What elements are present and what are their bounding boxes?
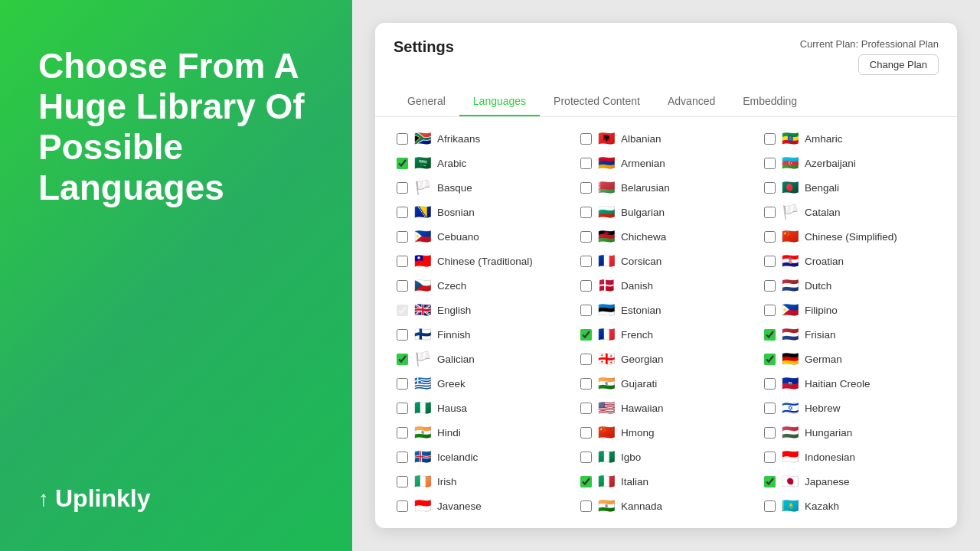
checkbox-hindi[interactable] <box>397 427 408 439</box>
checkbox-belarusian[interactable] <box>580 182 592 194</box>
checkbox-kannada[interactable] <box>580 500 592 512</box>
flag-croatian: 🇭🇷 <box>782 254 799 268</box>
language-name: Frisian <box>805 329 836 341</box>
checkbox-italian[interactable] <box>580 476 592 487</box>
checkbox-filipino[interactable] <box>764 305 776 316</box>
checkbox-cebuano[interactable] <box>397 231 408 243</box>
checkbox-greek[interactable] <box>397 378 408 390</box>
flag-irish: 🇮🇪 <box>414 474 431 488</box>
language-name: Javanese <box>437 500 482 512</box>
flag-afrikaans: 🇿🇦 <box>414 132 431 145</box>
language-name: Belarusian <box>621 182 670 194</box>
checkbox-bulgarian[interactable] <box>580 207 592 218</box>
language-name: Corsican <box>621 256 662 267</box>
checkbox-kazakh[interactable] <box>764 500 776 512</box>
list-item: 🇨🇳Hmong <box>574 420 758 445</box>
checkbox-basque[interactable] <box>397 182 408 194</box>
checkbox-chinese-traditional[interactable] <box>397 256 408 267</box>
checkbox-croatian[interactable] <box>764 256 776 267</box>
list-item: 🇰🇿Kazakh <box>758 494 942 518</box>
list-item: 🇮🇩Indonesian <box>758 445 942 469</box>
flag-corsican: 🇫🇷 <box>598 254 615 268</box>
language-name: Hindi <box>437 427 461 439</box>
checkbox-corsican[interactable] <box>580 256 592 267</box>
checkbox-czech[interactable] <box>397 280 408 292</box>
tab-advanced[interactable]: Advanced <box>654 87 729 116</box>
checkbox-javanese[interactable] <box>397 500 408 512</box>
checkbox-hungarian[interactable] <box>764 427 776 439</box>
checkbox-indonesian[interactable] <box>764 452 776 463</box>
languages-body[interactable]: 🇿🇦Afrikaans🇦🇱Albanian🇪🇹Amharic🇸🇦Arabic🇦🇲… <box>375 117 957 528</box>
tab-protected_content[interactable]: Protected Content <box>540 87 654 116</box>
flag-galician: 🏳️ <box>414 352 431 366</box>
checkbox-amharic[interactable] <box>764 133 776 145</box>
checkbox-georgian[interactable] <box>580 354 592 365</box>
checkbox-bosnian[interactable] <box>397 207 408 218</box>
language-name: Bulgarian <box>621 207 665 218</box>
language-name: Arabic <box>437 158 466 169</box>
checkbox-dutch[interactable] <box>764 280 776 292</box>
checkbox-finnish[interactable] <box>397 329 408 341</box>
flag-amharic: 🇪🇹 <box>782 132 799 145</box>
language-name: Irish <box>437 476 457 487</box>
checkbox-french[interactable] <box>580 329 592 341</box>
checkbox-frisian[interactable] <box>764 329 776 341</box>
tab-embedding[interactable]: Embedding <box>729 87 811 116</box>
flag-chinese-traditional: 🇹🇼 <box>414 254 431 268</box>
checkbox-azerbaijani[interactable] <box>764 158 776 169</box>
language-name: Hawaiian <box>621 403 664 414</box>
checkbox-arabic[interactable] <box>397 158 408 169</box>
checkbox-igbo[interactable] <box>580 452 592 463</box>
settings-card: Settings Current Plan: Professional Plan… <box>375 23 957 528</box>
flag-hausa: 🇳🇬 <box>414 401 431 415</box>
language-name: Japanese <box>805 476 850 487</box>
list-item: 🇬🇷Greek <box>390 371 574 396</box>
tab-languages[interactable]: Languages <box>459 87 540 116</box>
list-item: 🇮🇳Gujarati <box>574 371 758 396</box>
language-name: Croatian <box>805 256 844 267</box>
checkbox-japanese[interactable] <box>764 476 776 487</box>
list-item: 🇦🇿Azerbaijani <box>758 151 942 175</box>
language-name: Gujarati <box>621 378 657 390</box>
list-item: 🇮🇳Hindi <box>390 420 574 445</box>
flag-cebuano: 🇵🇭 <box>414 230 431 243</box>
list-item: 🇮🇪Irish <box>390 469 574 494</box>
flag-french: 🇫🇷 <box>598 328 615 341</box>
change-plan-button[interactable]: Change Plan <box>858 54 939 75</box>
checkbox-albanian[interactable] <box>580 133 592 145</box>
checkbox-bengali[interactable] <box>764 182 776 194</box>
checkbox-catalan[interactable] <box>764 207 776 218</box>
flag-hebrew: 🇮🇱 <box>782 401 799 415</box>
checkbox-english[interactable] <box>397 305 408 316</box>
checkbox-estonian[interactable] <box>580 305 592 316</box>
language-name: Czech <box>437 280 466 292</box>
checkbox-afrikaans[interactable] <box>397 133 408 145</box>
checkbox-chinese-simplified[interactable] <box>764 231 776 243</box>
checkbox-chichewa[interactable] <box>580 231 592 243</box>
checkbox-icelandic[interactable] <box>397 452 408 463</box>
language-name: Armenian <box>621 158 665 169</box>
list-item: 🇩🇪German <box>758 347 942 371</box>
brand-arrow-icon: ↑ <box>38 487 49 511</box>
language-name: Bengali <box>805 182 839 194</box>
tab-general[interactable]: General <box>394 87 459 116</box>
flag-albanian: 🇦🇱 <box>598 132 615 145</box>
checkbox-german[interactable] <box>764 354 776 365</box>
list-item: 🇭🇹Haitian Creole <box>758 371 942 396</box>
checkbox-armenian[interactable] <box>580 158 592 169</box>
checkbox-danish[interactable] <box>580 280 592 292</box>
checkbox-irish[interactable] <box>397 476 408 487</box>
checkbox-hmong[interactable] <box>580 427 592 439</box>
checkbox-galician[interactable] <box>397 354 408 365</box>
checkbox-haitian-creole[interactable] <box>764 378 776 390</box>
checkbox-hausa[interactable] <box>397 403 408 414</box>
list-item: 🇧🇩Bengali <box>758 175 942 200</box>
list-item: 🇹🇼Chinese (Traditional) <box>390 249 574 273</box>
checkbox-hawaiian[interactable] <box>580 403 592 414</box>
list-item: 🇦🇱Albanian <box>574 126 758 151</box>
checkbox-gujarati[interactable] <box>580 378 592 390</box>
list-item: 🇦🇲Armenian <box>574 151 758 175</box>
checkbox-hebrew[interactable] <box>764 403 776 414</box>
flag-danish: 🇩🇰 <box>598 279 615 292</box>
language-name: Greek <box>437 378 466 390</box>
